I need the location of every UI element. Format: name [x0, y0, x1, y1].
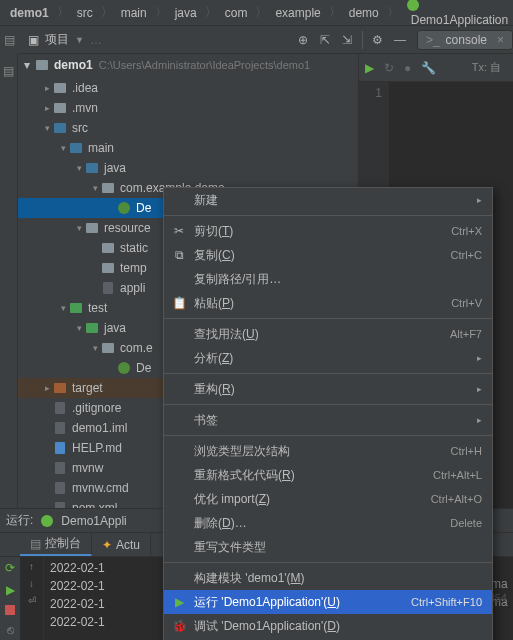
- tree-item[interactable]: ▸.mvn: [18, 98, 358, 118]
- menu-item[interactable]: ✂剪切(T)Ctrl+X: [164, 219, 492, 243]
- play-icon: ▶: [172, 595, 186, 609]
- tree-arrow-icon[interactable]: ▾: [74, 323, 84, 333]
- wrench-icon[interactable]: 🔧: [421, 61, 436, 75]
- run-toolbar: ▶ ↻ ● 🔧 Tx: 自: [359, 54, 513, 82]
- crumb[interactable]: java: [171, 6, 201, 20]
- actuator-tab[interactable]: ✦ Actu: [92, 533, 151, 556]
- folder-src-icon: [68, 143, 84, 153]
- tree-arrow-icon[interactable]: ▸: [42, 83, 52, 93]
- crumb[interactable]: demo1: [6, 6, 53, 20]
- wrap-icon[interactable]: ⏎: [28, 595, 36, 606]
- down-icon[interactable]: ↓: [29, 578, 34, 589]
- menu-item[interactable]: 重写文件类型: [164, 535, 492, 559]
- menu-item[interactable]: 删除(D)…Delete: [164, 511, 492, 535]
- menu-label: 复制路径/引用…: [194, 271, 281, 288]
- menu-label: 重构(R): [194, 381, 235, 398]
- cut-icon: ✂: [172, 224, 186, 238]
- menu-item[interactable]: 重构(R)▸: [164, 377, 492, 401]
- structure-icon[interactable]: ▤: [4, 33, 15, 47]
- hide-icon[interactable]: —: [389, 29, 411, 51]
- menu-item[interactable]: 浏览类型层次结构Ctrl+H: [164, 439, 492, 463]
- menu-item[interactable]: ▶运行 'Demo1Application'(U)Ctrl+Shift+F10: [164, 590, 492, 614]
- tree-arrow-icon[interactable]: ▾: [90, 183, 100, 193]
- locate-icon[interactable]: ⊕: [292, 29, 314, 51]
- folder-icon: [100, 263, 116, 273]
- file-icon: [52, 422, 68, 434]
- crumb[interactable]: Demo1Application: [403, 0, 513, 27]
- tree-arrow-icon[interactable]: ▸: [42, 103, 52, 113]
- menu-label: 粘贴(P): [194, 295, 234, 312]
- crumb[interactable]: main: [117, 6, 151, 20]
- crumb[interactable]: demo: [345, 6, 383, 20]
- crumb[interactable]: src: [73, 6, 97, 20]
- exit-icon[interactable]: ⎋: [7, 623, 14, 637]
- shortcut: Ctrl+Alt+O: [431, 493, 482, 505]
- tree-arrow-icon[interactable]: ▾: [74, 223, 84, 233]
- menu-label: 剪切(T): [194, 223, 233, 240]
- breadcrumb: demo1〉 src〉 main〉 java〉 com〉 example〉 de…: [0, 0, 513, 26]
- project-dropdown[interactable]: ▣ 项目 ▼ …: [18, 31, 112, 48]
- menu-label: 重写文件类型: [194, 539, 266, 556]
- run-icon[interactable]: ▶: [6, 583, 15, 597]
- class-icon: [407, 0, 419, 11]
- menu-label: 新建: [194, 192, 218, 209]
- menu-label: 查找用法(U): [194, 326, 259, 343]
- stop-icon[interactable]: [5, 605, 15, 615]
- console-tab[interactable]: >_ console ×: [417, 30, 513, 50]
- folder-icon: [52, 103, 68, 113]
- folder-test-icon: [84, 323, 100, 333]
- menu-item[interactable]: ⧉复制(C)Ctrl+C: [164, 243, 492, 267]
- tree-item-label: .idea: [72, 81, 98, 95]
- tree-root[interactable]: ▾ demo1 C:\Users\Administrator\IdeaProje…: [18, 54, 358, 76]
- tree-arrow-icon[interactable]: ▾: [74, 163, 84, 173]
- menu-item[interactable]: 分析(Z)▸: [164, 346, 492, 370]
- crumb[interactable]: example: [271, 6, 324, 20]
- tree-arrow-icon[interactable]: ▾: [42, 123, 52, 133]
- menu-item[interactable]: 🐞调试 'Demo1Application'(D): [164, 614, 492, 638]
- menu-item[interactable]: 重新格式化代码(R)Ctrl+Alt+L: [164, 463, 492, 487]
- folder-icon: [100, 183, 116, 193]
- stop-icon[interactable]: ●: [404, 61, 411, 75]
- console-tab[interactable]: ▤ 控制台: [20, 533, 92, 556]
- tree-item-label: src: [72, 121, 88, 135]
- menu-label: 运行 'Demo1Application'(U): [194, 594, 340, 611]
- tree-item-label: mvnw.cmd: [72, 481, 129, 495]
- tree-arrow-icon[interactable]: ▾: [90, 343, 100, 353]
- menu-label: 调试 'Demo1Application'(D): [194, 618, 340, 635]
- console-actions: ↑ ↓ ⏎: [20, 557, 44, 640]
- menu-item[interactable]: 新建▸: [164, 188, 492, 212]
- chevron-down-icon: ▼: [75, 35, 84, 45]
- expand-icon[interactable]: ⇱: [314, 29, 336, 51]
- tree-item-label: temp: [120, 261, 147, 275]
- menu-item[interactable]: 优化 import(Z)Ctrl+Alt+O: [164, 487, 492, 511]
- tree-item[interactable]: ▾main: [18, 138, 358, 158]
- folder-icon: [100, 343, 116, 353]
- folder-excl-icon: [52, 383, 68, 393]
- menu-item[interactable]: 复制路径/引用…: [164, 267, 492, 291]
- tree-item-label: main: [88, 141, 114, 155]
- tree-item[interactable]: ▸.idea: [18, 78, 358, 98]
- run-config-name[interactable]: Demo1Appli: [61, 514, 126, 528]
- run-icon[interactable]: ▶: [365, 61, 374, 75]
- tree-arrow-icon[interactable]: ▾: [58, 303, 68, 313]
- collapse-icon[interactable]: ⇲: [336, 29, 358, 51]
- menu-label: 浏览类型层次结构: [194, 443, 290, 460]
- settings-icon[interactable]: ⚙: [367, 29, 389, 51]
- file-icon: [100, 282, 116, 294]
- tree-arrow-icon[interactable]: ▸: [42, 383, 52, 393]
- menu-item[interactable]: 书签▸: [164, 408, 492, 432]
- rerun-icon[interactable]: ⟳: [5, 561, 15, 575]
- tree-arrow-icon[interactable]: ▾: [58, 143, 68, 153]
- menu-label: 分析(Z): [194, 350, 233, 367]
- menu-item[interactable]: 📋粘贴(P)Ctrl+V: [164, 291, 492, 315]
- menu-item[interactable]: 查找用法(U)Alt+F7: [164, 322, 492, 346]
- tree-item-label: demo1.iml: [72, 421, 127, 435]
- close-icon[interactable]: ×: [497, 33, 504, 47]
- rerun-icon[interactable]: ↻: [384, 61, 394, 75]
- up-icon[interactable]: ↑: [29, 561, 34, 572]
- tree-item[interactable]: ▾java: [18, 158, 358, 178]
- tree-item[interactable]: ▾src: [18, 118, 358, 138]
- structure-tool-icon[interactable]: ▤: [0, 64, 17, 78]
- crumb[interactable]: com: [221, 6, 252, 20]
- menu-item[interactable]: 构建模块 'demo1'(M): [164, 566, 492, 590]
